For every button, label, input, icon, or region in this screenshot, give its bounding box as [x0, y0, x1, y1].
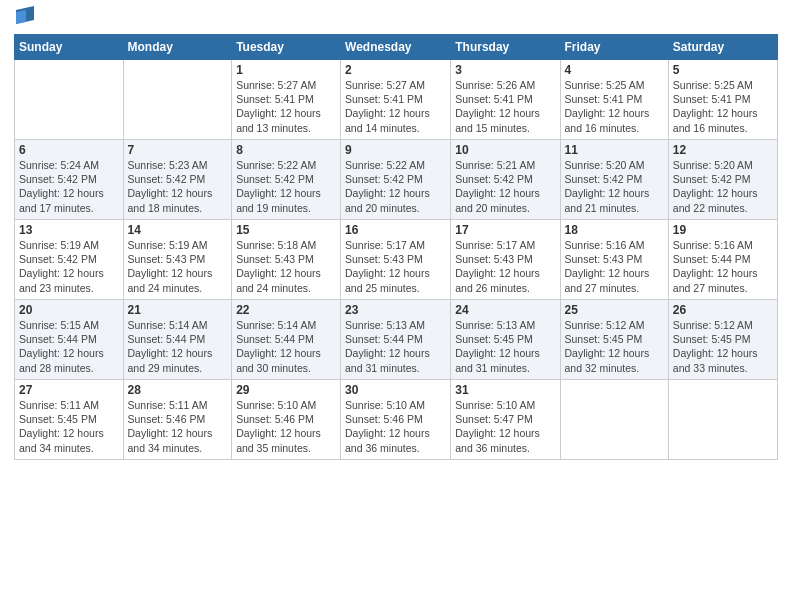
day-info: Sunrise: 5:10 AM Sunset: 5:46 PM Dayligh…	[236, 398, 336, 455]
day-number: 15	[236, 223, 336, 237]
day-number: 10	[455, 143, 555, 157]
weekday-header-cell: Sunday	[15, 35, 124, 60]
day-number: 14	[128, 223, 228, 237]
day-info: Sunrise: 5:22 AM Sunset: 5:42 PM Dayligh…	[236, 158, 336, 215]
calendar-cell: 19Sunrise: 5:16 AM Sunset: 5:44 PM Dayli…	[668, 220, 777, 300]
day-number: 21	[128, 303, 228, 317]
day-info: Sunrise: 5:10 AM Sunset: 5:46 PM Dayligh…	[345, 398, 446, 455]
day-number: 4	[565, 63, 664, 77]
day-number: 13	[19, 223, 119, 237]
calendar-body: 1Sunrise: 5:27 AM Sunset: 5:41 PM Daylig…	[15, 60, 778, 460]
day-info: Sunrise: 5:17 AM Sunset: 5:43 PM Dayligh…	[455, 238, 555, 295]
calendar-cell: 28Sunrise: 5:11 AM Sunset: 5:46 PM Dayli…	[123, 380, 232, 460]
day-info: Sunrise: 5:12 AM Sunset: 5:45 PM Dayligh…	[673, 318, 773, 375]
day-number: 25	[565, 303, 664, 317]
day-info: Sunrise: 5:25 AM Sunset: 5:41 PM Dayligh…	[673, 78, 773, 135]
calendar-cell: 11Sunrise: 5:20 AM Sunset: 5:42 PM Dayli…	[560, 140, 668, 220]
day-number: 19	[673, 223, 773, 237]
day-info: Sunrise: 5:18 AM Sunset: 5:43 PM Dayligh…	[236, 238, 336, 295]
day-number: 2	[345, 63, 446, 77]
day-number: 20	[19, 303, 119, 317]
day-number: 26	[673, 303, 773, 317]
calendar-cell: 15Sunrise: 5:18 AM Sunset: 5:43 PM Dayli…	[232, 220, 341, 300]
calendar-cell: 6Sunrise: 5:24 AM Sunset: 5:42 PM Daylig…	[15, 140, 124, 220]
weekday-header-cell: Monday	[123, 35, 232, 60]
day-info: Sunrise: 5:16 AM Sunset: 5:43 PM Dayligh…	[565, 238, 664, 295]
calendar-cell: 10Sunrise: 5:21 AM Sunset: 5:42 PM Dayli…	[451, 140, 560, 220]
day-info: Sunrise: 5:19 AM Sunset: 5:42 PM Dayligh…	[19, 238, 119, 295]
day-info: Sunrise: 5:10 AM Sunset: 5:47 PM Dayligh…	[455, 398, 555, 455]
calendar-cell: 21Sunrise: 5:14 AM Sunset: 5:44 PM Dayli…	[123, 300, 232, 380]
day-number: 30	[345, 383, 446, 397]
weekday-header-cell: Wednesday	[341, 35, 451, 60]
day-info: Sunrise: 5:25 AM Sunset: 5:41 PM Dayligh…	[565, 78, 664, 135]
day-number: 27	[19, 383, 119, 397]
day-number: 24	[455, 303, 555, 317]
logo	[14, 10, 34, 28]
day-info: Sunrise: 5:20 AM Sunset: 5:42 PM Dayligh…	[565, 158, 664, 215]
day-number: 9	[345, 143, 446, 157]
day-number: 11	[565, 143, 664, 157]
calendar-cell: 20Sunrise: 5:15 AM Sunset: 5:44 PM Dayli…	[15, 300, 124, 380]
day-number: 16	[345, 223, 446, 237]
weekday-header-cell: Thursday	[451, 35, 560, 60]
calendar-cell: 18Sunrise: 5:16 AM Sunset: 5:43 PM Dayli…	[560, 220, 668, 300]
day-info: Sunrise: 5:11 AM Sunset: 5:45 PM Dayligh…	[19, 398, 119, 455]
calendar-cell: 8Sunrise: 5:22 AM Sunset: 5:42 PM Daylig…	[232, 140, 341, 220]
day-info: Sunrise: 5:17 AM Sunset: 5:43 PM Dayligh…	[345, 238, 446, 295]
day-info: Sunrise: 5:13 AM Sunset: 5:44 PM Dayligh…	[345, 318, 446, 375]
day-number: 31	[455, 383, 555, 397]
svg-marker-1	[16, 10, 26, 24]
day-info: Sunrise: 5:20 AM Sunset: 5:42 PM Dayligh…	[673, 158, 773, 215]
calendar-cell: 13Sunrise: 5:19 AM Sunset: 5:42 PM Dayli…	[15, 220, 124, 300]
calendar-cell	[123, 60, 232, 140]
day-number: 8	[236, 143, 336, 157]
day-info: Sunrise: 5:15 AM Sunset: 5:44 PM Dayligh…	[19, 318, 119, 375]
day-info: Sunrise: 5:13 AM Sunset: 5:45 PM Dayligh…	[455, 318, 555, 375]
calendar-table: SundayMondayTuesdayWednesdayThursdayFrid…	[14, 34, 778, 460]
day-number: 22	[236, 303, 336, 317]
calendar-week-row: 6Sunrise: 5:24 AM Sunset: 5:42 PM Daylig…	[15, 140, 778, 220]
calendar-cell: 12Sunrise: 5:20 AM Sunset: 5:42 PM Dayli…	[668, 140, 777, 220]
day-number: 7	[128, 143, 228, 157]
calendar-cell: 5Sunrise: 5:25 AM Sunset: 5:41 PM Daylig…	[668, 60, 777, 140]
weekday-header-cell: Saturday	[668, 35, 777, 60]
calendar-week-row: 13Sunrise: 5:19 AM Sunset: 5:42 PM Dayli…	[15, 220, 778, 300]
calendar-cell: 7Sunrise: 5:23 AM Sunset: 5:42 PM Daylig…	[123, 140, 232, 220]
day-info: Sunrise: 5:21 AM Sunset: 5:42 PM Dayligh…	[455, 158, 555, 215]
calendar-cell: 23Sunrise: 5:13 AM Sunset: 5:44 PM Dayli…	[341, 300, 451, 380]
calendar-cell: 25Sunrise: 5:12 AM Sunset: 5:45 PM Dayli…	[560, 300, 668, 380]
weekday-header-cell: Friday	[560, 35, 668, 60]
day-info: Sunrise: 5:27 AM Sunset: 5:41 PM Dayligh…	[236, 78, 336, 135]
day-info: Sunrise: 5:24 AM Sunset: 5:42 PM Dayligh…	[19, 158, 119, 215]
calendar-cell: 31Sunrise: 5:10 AM Sunset: 5:47 PM Dayli…	[451, 380, 560, 460]
day-info: Sunrise: 5:14 AM Sunset: 5:44 PM Dayligh…	[236, 318, 336, 375]
calendar-cell	[668, 380, 777, 460]
day-info: Sunrise: 5:22 AM Sunset: 5:42 PM Dayligh…	[345, 158, 446, 215]
day-number: 29	[236, 383, 336, 397]
day-info: Sunrise: 5:12 AM Sunset: 5:45 PM Dayligh…	[565, 318, 664, 375]
calendar-week-row: 27Sunrise: 5:11 AM Sunset: 5:45 PM Dayli…	[15, 380, 778, 460]
calendar-week-row: 20Sunrise: 5:15 AM Sunset: 5:44 PM Dayli…	[15, 300, 778, 380]
calendar-cell: 17Sunrise: 5:17 AM Sunset: 5:43 PM Dayli…	[451, 220, 560, 300]
day-number: 1	[236, 63, 336, 77]
day-info: Sunrise: 5:14 AM Sunset: 5:44 PM Dayligh…	[128, 318, 228, 375]
calendar-cell: 26Sunrise: 5:12 AM Sunset: 5:45 PM Dayli…	[668, 300, 777, 380]
calendar-cell: 1Sunrise: 5:27 AM Sunset: 5:41 PM Daylig…	[232, 60, 341, 140]
calendar-cell: 22Sunrise: 5:14 AM Sunset: 5:44 PM Dayli…	[232, 300, 341, 380]
logo-icon	[16, 6, 34, 28]
calendar-cell: 29Sunrise: 5:10 AM Sunset: 5:46 PM Dayli…	[232, 380, 341, 460]
calendar-cell: 9Sunrise: 5:22 AM Sunset: 5:42 PM Daylig…	[341, 140, 451, 220]
day-number: 6	[19, 143, 119, 157]
calendar-week-row: 1Sunrise: 5:27 AM Sunset: 5:41 PM Daylig…	[15, 60, 778, 140]
day-number: 28	[128, 383, 228, 397]
day-number: 3	[455, 63, 555, 77]
day-number: 12	[673, 143, 773, 157]
calendar-cell: 14Sunrise: 5:19 AM Sunset: 5:43 PM Dayli…	[123, 220, 232, 300]
day-info: Sunrise: 5:16 AM Sunset: 5:44 PM Dayligh…	[673, 238, 773, 295]
day-number: 18	[565, 223, 664, 237]
day-info: Sunrise: 5:27 AM Sunset: 5:41 PM Dayligh…	[345, 78, 446, 135]
day-info: Sunrise: 5:23 AM Sunset: 5:42 PM Dayligh…	[128, 158, 228, 215]
calendar-cell: 3Sunrise: 5:26 AM Sunset: 5:41 PM Daylig…	[451, 60, 560, 140]
day-number: 5	[673, 63, 773, 77]
